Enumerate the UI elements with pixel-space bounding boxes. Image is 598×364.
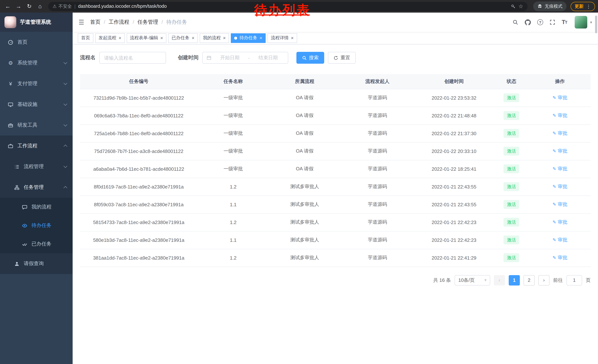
browser-update-button[interactable]: 更新 ⋮ [571, 2, 595, 11]
close-icon[interactable]: × [119, 36, 121, 40]
edit-icon: ✎ [553, 255, 556, 260]
close-icon[interactable]: × [291, 36, 294, 40]
sidebar-item-infrastructure[interactable]: 基础设施 [0, 94, 73, 115]
goto-page-input[interactable] [566, 275, 582, 285]
forward-icon[interactable]: → [14, 1, 23, 11]
cell-task-id: 580e1b3d-7ac8-11ec-a9e2-a2380e71991a [80, 231, 198, 249]
cell-action: ✎审批 [529, 249, 590, 267]
approve-link[interactable]: ✎审批 [553, 219, 567, 226]
scrollbar-thumb[interactable] [595, 16, 597, 33]
not-secure-warning[interactable]: ⚠ 不安全 [53, 3, 72, 9]
approve-link[interactable]: ✎审批 [553, 148, 567, 154]
sidebar-item-done-tasks[interactable]: 已办任务 [0, 235, 73, 253]
sidebar-item-todo-tasks[interactable]: 待办任务 [0, 216, 73, 235]
breadcrumb-home[interactable]: 首页 [90, 19, 100, 25]
create-time-range-picker[interactable]: 开始日期 - 结束日期 [202, 52, 288, 64]
table-header-row: 任务编号 任务名称 所属流程 流程发起人 创建时间 状态 操作 [80, 74, 590, 89]
app-logo[interactable]: 芋道管理系统 [0, 13, 73, 32]
bookmark-star-icon[interactable]: ☆ [519, 3, 523, 9]
close-icon[interactable]: × [191, 36, 194, 40]
tab-process-detail[interactable]: 流程详情 × [267, 33, 297, 43]
next-page-button[interactable]: › [538, 275, 549, 285]
sidebar-item-home[interactable]: 首页 [0, 32, 73, 53]
hamburger-icon[interactable]: ☰ [79, 18, 84, 26]
avatar[interactable] [575, 16, 587, 29]
approve-link[interactable]: ✎审批 [553, 183, 567, 190]
approve-link[interactable]: ✎审批 [553, 166, 567, 172]
tab-label: 发起流程 [99, 35, 116, 41]
table-row: 75d72608-7b7f-11ec-a3c8-acde48001122 一级审… [80, 142, 590, 160]
cell-process: OA 请假 [269, 142, 341, 160]
chevron-down-icon [64, 123, 67, 126]
cell-process: 测试多审批人 [269, 195, 341, 213]
tab-my-processes[interactable]: 我的流程 × [200, 33, 229, 43]
search-icon [302, 55, 307, 60]
reload-icon[interactable]: ↻ [25, 1, 34, 11]
double-check-icon [22, 241, 28, 247]
approve-link[interactable]: ✎审批 [553, 201, 567, 208]
tab-label: 首页 [81, 35, 90, 41]
sidebar-item-system-mgmt[interactable]: ⚙ 系统管理 [0, 53, 73, 73]
approve-link[interactable]: ✎审批 [553, 94, 567, 101]
cell-task-id: 8f0d1619-7ac8-11ec-a9e2-a2380e71991a [80, 178, 198, 195]
approve-label: 审批 [558, 94, 567, 101]
search-button[interactable]: 搜索 [296, 52, 324, 64]
password-key-icon[interactable] [511, 4, 516, 9]
browser-menu-icon[interactable]: ⋮ [586, 4, 591, 9]
page-size-select[interactable]: 10条/页 ▾ [455, 275, 490, 285]
sidebar-item-dev-tools[interactable]: 研发工具 [0, 115, 73, 136]
tab-initiate-process[interactable]: 发起流程 × [95, 33, 125, 43]
cell-task-name: 一级审批 [198, 89, 269, 107]
approve-link[interactable]: ✎审批 [553, 130, 567, 137]
home-icon[interactable]: ⌂ [35, 1, 45, 11]
tab-todo-tasks[interactable]: 待办任务 × [231, 33, 266, 43]
process-name-input[interactable] [99, 52, 166, 64]
breadcrumb-task-mgmt[interactable]: 任务管理 [129, 19, 158, 25]
github-icon[interactable] [525, 19, 531, 25]
approve-label: 审批 [558, 201, 567, 208]
org-chart-icon [14, 185, 20, 190]
tab-done-tasks[interactable]: 已办任务 × [168, 33, 198, 43]
sidebar-item-process-mgmt[interactable]: 流程管理 [0, 156, 73, 177]
cell-initiator: 芋道源码 [341, 178, 415, 195]
col-task-id: 任务编号 [80, 74, 198, 89]
font-size-icon[interactable]: TT [562, 19, 567, 25]
sidebar-item-leave-query[interactable]: 请假查询 [0, 253, 73, 274]
cell-status: 激活 [493, 142, 529, 160]
tab-home[interactable]: 首页 [78, 33, 93, 43]
back-icon[interactable]: ← [3, 1, 13, 11]
col-created: 创建时间 [415, 74, 493, 89]
approve-link[interactable]: ✎审批 [553, 112, 567, 119]
approve-link[interactable]: ✎审批 [553, 237, 567, 243]
page-button-2[interactable]: 2 [523, 275, 535, 285]
tab-process-form-edit[interactable]: 流程表单-编辑 × [126, 33, 166, 43]
breadcrumb-workflow[interactable]: 工作流程 [100, 19, 130, 25]
dashboard-icon [8, 40, 14, 45]
sidebar-item-label: 首页 [17, 39, 67, 46]
sidebar: 芋道管理系统 首页 ⚙ 系统管理 ¥ 支付管理 基础设施 [0, 13, 73, 364]
reset-button[interactable]: 重置 [328, 52, 356, 64]
sidebar-item-workflow[interactable]: 工作流程 [0, 136, 73, 156]
prev-page-button[interactable]: ‹ [494, 275, 505, 285]
incognito-icon [537, 4, 542, 9]
edit-icon: ✎ [553, 113, 556, 118]
chevron-down-icon [64, 164, 67, 168]
fullscreen-icon[interactable] [549, 19, 555, 25]
cell-task-name: 一级审批 [198, 124, 269, 142]
sidebar-item-my-processes[interactable]: 我的流程 [0, 198, 73, 216]
close-icon[interactable]: × [223, 36, 226, 40]
cell-process: 测试多审批人 [269, 249, 341, 267]
app-title: 芋道管理系统 [20, 19, 51, 25]
sidebar-item-payment-mgmt[interactable]: ¥ 支付管理 [0, 73, 73, 94]
tab-label: 流程详情 [271, 35, 289, 41]
help-icon[interactable]: ? [537, 19, 543, 25]
user-menu[interactable]: ▾ [575, 16, 592, 29]
page-button-1[interactable]: 1 [509, 275, 520, 285]
sidebar-item-task-mgmt[interactable]: 任务管理 [0, 177, 73, 198]
cell-process: OA 请假 [269, 160, 341, 178]
search-icon[interactable] [512, 19, 518, 25]
close-icon[interactable]: × [259, 36, 262, 40]
approve-link[interactable]: ✎审批 [553, 254, 567, 261]
close-icon[interactable]: × [160, 36, 163, 40]
cell-task-id: 725a1eb6-7b88-11ec-8ef0-acde48001122 [80, 124, 198, 142]
